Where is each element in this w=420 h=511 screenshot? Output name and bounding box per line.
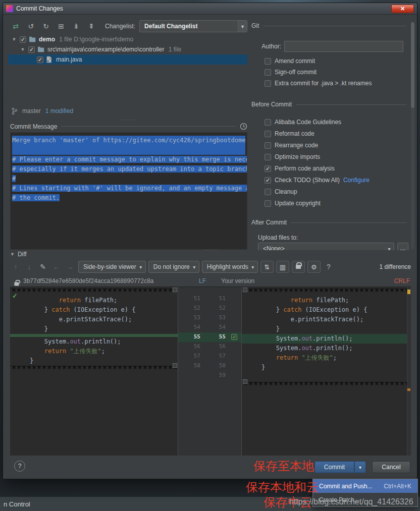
move-to-changelist-icon[interactable]: ⇄ (10, 21, 21, 32)
options-scrollbar[interactable] (411, 22, 414, 249)
option-checkbox[interactable] (265, 200, 271, 207)
commit-option[interactable]: Optimize imports (249, 153, 408, 161)
tree-row[interactable]: ▼✓src\main\java\com\example\demo\control… (8, 44, 247, 54)
commit-message-editor[interactable]: Merge branch 'master' of https://gitee.c… (10, 132, 247, 250)
fold-handle[interactable] (173, 363, 177, 368)
dialog-titlebar[interactable]: Commit Changes ✕ (3, 3, 417, 15)
tree-row[interactable]: ▼✓demo 1 file D:\google-insert\demo (8, 34, 247, 44)
diff-settings-icon[interactable]: ⚙ (307, 261, 321, 273)
help-button[interactable]: ? (14, 461, 25, 472)
back-icon[interactable]: ← (51, 261, 62, 272)
fold-handle[interactable] (243, 379, 247, 384)
tree-row[interactable]: ✓main.java (8, 54, 247, 65)
splitter-handle[interactable]: ······ (120, 117, 136, 123)
gutter-row: 5757 (178, 352, 241, 361)
collapse-unchanged-icon[interactable]: ⇅ (260, 261, 274, 273)
option-checkbox[interactable] (265, 119, 271, 126)
chevron-down-icon[interactable]: ▾ (136, 264, 145, 270)
stripe-marker[interactable] (407, 388, 410, 391)
chevron-down-icon[interactable]: ▾ (385, 246, 394, 251)
option-label: Cleanup (275, 188, 297, 195)
popup-item[interactable]: Commit and Push...Ctrl+Alt+K (313, 479, 417, 493)
option-checkbox[interactable] (265, 58, 271, 65)
splitter-handle[interactable]: ······ (203, 247, 220, 253)
commit-option[interactable]: Cleanup (249, 188, 408, 196)
next-difference-icon[interactable]: ↓ (24, 261, 35, 272)
fold-handle[interactable] (173, 288, 177, 292)
tree-expander-icon[interactable]: ▼ (20, 47, 26, 52)
option-checkbox[interactable] (265, 154, 271, 160)
commit-option[interactable]: ✓Check TODO (Show All)Configure (249, 176, 408, 184)
collapse-all-icon[interactable]: ⇞ (86, 21, 97, 32)
group-by-icon[interactable]: ⊞ (56, 21, 67, 32)
commit-option[interactable]: ✓Perform code analysis (249, 164, 408, 173)
commit-option[interactable]: Extra commit for .java > .kt renames (249, 79, 408, 87)
diff-section-header[interactable]: ▼ Diff (10, 251, 27, 258)
commit-option[interactable]: Reformat code (249, 130, 408, 138)
option-checkbox[interactable] (265, 131, 271, 137)
rollback-icon[interactable]: ↺ (25, 21, 36, 32)
expand-all-icon[interactable]: ⇟ (71, 21, 82, 32)
previous-difference-icon[interactable]: ↑ (10, 261, 21, 272)
code-token: .println(); (312, 335, 352, 342)
fold-handle[interactable] (243, 288, 247, 292)
option-checkbox[interactable] (265, 69, 271, 76)
commit-button[interactable]: Commit (314, 461, 354, 473)
code-token: .println(); (81, 338, 121, 345)
forward-icon[interactable]: → (65, 261, 76, 272)
upload-target-combo[interactable]: <None> ▾ (258, 243, 394, 250)
option-checkbox[interactable] (265, 142, 271, 149)
option-checkbox[interactable] (265, 189, 271, 195)
highlight-mode-combo[interactable]: Highlight words ▾ (202, 261, 258, 273)
message-history-icon[interactable] (240, 123, 247, 130)
after-commit-title: After Commit (251, 219, 287, 226)
tree-checkbox[interactable]: ✓ (28, 46, 35, 53)
disable-editing-lock-icon[interactable] (292, 261, 305, 273)
right-line-ending[interactable]: CRLF (394, 277, 410, 285)
browse-button[interactable]: … (397, 243, 408, 250)
tree-checkbox[interactable]: ✓ (37, 56, 43, 63)
chevron-down-icon[interactable]: ▾ (238, 21, 247, 32)
edit-source-icon[interactable]: ✎ (37, 261, 48, 272)
ignore-mode-combo[interactable]: Do not ignore ▾ (148, 261, 199, 273)
close-button[interactable]: ✕ (391, 5, 414, 13)
commit-option[interactable]: Update copyright (249, 199, 408, 207)
commit-option[interactable]: Amend commit (249, 57, 408, 65)
commit-option[interactable]: Sign-off commit (249, 68, 408, 76)
author-input[interactable] (284, 41, 403, 52)
tree-checkbox[interactable]: ✓ (20, 36, 26, 43)
diff-right-pane[interactable]: return filePath; } catch (IOException e)… (242, 287, 411, 456)
changes-toolbar: ⇄ ↺ ↻ ⊞ ⇟ ⇞ Changelist: Default Changeli… (10, 20, 247, 33)
modified-count[interactable]: 1 modified (45, 107, 73, 115)
left-line-ending[interactable]: LF (199, 277, 206, 285)
cancel-button[interactable]: Cancel (372, 461, 410, 473)
diff-right-code: return filePath; } catch (IOException e)… (242, 296, 411, 382)
collapse-diff-icon[interactable]: ▼ (10, 252, 15, 257)
commit-option[interactable]: Alibaba Code Guidelines (249, 118, 408, 126)
split-view-icon[interactable]: ▥ (276, 261, 289, 273)
folder-icon (29, 36, 36, 43)
stripe-marker[interactable] (407, 290, 410, 294)
error-stripe[interactable] (407, 287, 411, 456)
include-change-checkbox[interactable]: ✓ (231, 334, 237, 340)
divider (61, 126, 236, 127)
changelist-combo[interactable]: Default Changelist ▾ (139, 20, 247, 32)
chevron-down-icon[interactable]: ▾ (190, 264, 199, 270)
option-checkbox[interactable] (265, 80, 271, 87)
changelist-value: Default Changelist (144, 23, 197, 30)
code-token: ; (333, 354, 337, 361)
refresh-icon[interactable]: ↻ (40, 21, 51, 32)
upload-files-label: Upload files to: (258, 234, 298, 241)
configure-link[interactable]: Configure (343, 177, 370, 184)
diff-help-icon[interactable]: ? (323, 261, 334, 272)
diff-left-pane[interactable]: return filePath; } catch (IOException e)… (10, 287, 178, 456)
option-checkbox[interactable]: ✓ (265, 165, 271, 172)
commit-option[interactable]: Rearrange code (249, 141, 408, 149)
tree-expander-icon[interactable]: ▼ (11, 37, 17, 42)
viewer-mode-combo[interactable]: Side-by-side viewer ▾ (78, 261, 146, 273)
scrollbar-thumb[interactable] (411, 22, 414, 108)
option-checkbox[interactable]: ✓ (265, 177, 271, 184)
tree-item-suffix: 1 file D:\google-insert\demo (58, 36, 133, 43)
chevron-down-icon[interactable]: ▾ (248, 264, 257, 270)
commit-dropdown-button[interactable]: ▾ (354, 461, 366, 473)
